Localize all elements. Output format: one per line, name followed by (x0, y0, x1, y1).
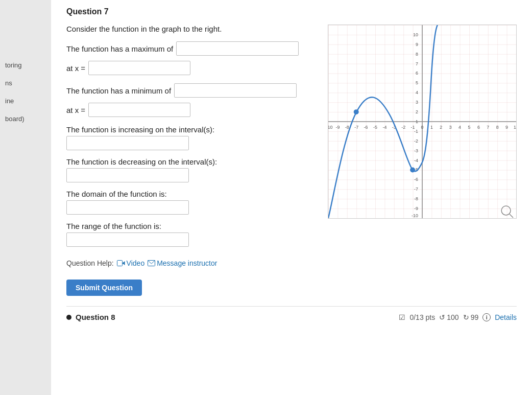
increasing-field-block: The function is increasing on the interv… (66, 125, 312, 150)
svg-text:6: 6 (416, 71, 418, 76)
svg-text:3: 3 (416, 100, 418, 105)
svg-text:-1: -1 (414, 129, 418, 134)
svg-text:4: 4 (458, 125, 461, 130)
svg-text:8: 8 (416, 52, 418, 57)
svg-text:-6: -6 (364, 125, 368, 130)
graph-svg: 0 1 2 3 4 5 6 7 8 9 10 -1 -2 -3 (328, 25, 516, 218)
domain-label: The domain of the function is: (66, 190, 312, 198)
min-field-row: The function has a minimum of (66, 83, 312, 98)
increasing-input[interactable] (66, 136, 189, 150)
svg-text:3: 3 (449, 125, 452, 130)
svg-text:9: 9 (416, 42, 418, 47)
range-label: The range of the function is: (66, 222, 312, 230)
svg-text:-5: -5 (373, 125, 377, 130)
decreasing-label: The function is decreasing on the interv… (66, 157, 312, 166)
svg-text:-8: -8 (414, 196, 418, 201)
graph-canvas: 0 1 2 3 4 5 6 7 8 9 10 -1 -2 -3 (328, 25, 517, 219)
main-content: Question 7 Consider the function in the … (51, 0, 532, 395)
min-at-field-row: at x = (66, 103, 312, 117)
sidebar: toring ns ine board) (0, 0, 51, 395)
help-row: Question Help: Video (66, 259, 312, 267)
svg-text:7: 7 (487, 125, 489, 130)
svg-point-49 (410, 168, 415, 173)
max-x-input[interactable] (88, 61, 190, 75)
svg-text:5: 5 (416, 80, 418, 85)
checkmark-icon: ☑ (399, 313, 405, 321)
max-at-field-row: at x = (66, 61, 312, 75)
range-field-block: The range of the function is: (66, 222, 312, 247)
svg-text:-3: -3 (414, 148, 418, 153)
domain-input[interactable] (66, 200, 189, 215)
svg-marker-1 (122, 261, 125, 265)
svg-text:-7: -7 (414, 187, 418, 192)
min-label: The function has a minimum of (66, 86, 171, 95)
message-icon (148, 260, 155, 266)
svg-text:0: 0 (421, 125, 424, 130)
svg-text:-10: -10 (412, 213, 418, 218)
graph-container: 0 1 2 3 4 5 6 7 8 9 10 -1 -2 -3 (328, 25, 517, 296)
min-value-input[interactable] (174, 83, 297, 98)
video-icon (117, 260, 125, 266)
svg-text:6: 6 (477, 125, 480, 130)
redo-icon: ↻ (463, 313, 469, 321)
svg-rect-0 (117, 261, 122, 266)
video-link[interactable]: Video (117, 259, 145, 267)
question-intro: Consider the function in the graph to th… (66, 25, 312, 33)
min-x-input[interactable] (88, 103, 190, 117)
svg-text:2: 2 (416, 109, 418, 114)
undo-icon: ↺ (439, 313, 445, 321)
max-value-input[interactable] (176, 41, 299, 56)
redo-button[interactable]: ↻ 99 (463, 313, 479, 321)
max-field-row: The function has a maximum of (66, 41, 312, 56)
question-left: Consider the function in the graph to th… (66, 25, 312, 296)
decreasing-input[interactable] (66, 168, 189, 182)
svg-text:4: 4 (416, 90, 418, 95)
svg-text:-7: -7 (354, 125, 358, 130)
help-label: Question Help: (66, 259, 114, 267)
details-link[interactable]: Details (495, 313, 517, 321)
sidebar-item-toring[interactable]: toring (5, 61, 46, 69)
svg-text:-9: -9 (414, 206, 418, 211)
svg-text:9: 9 (505, 125, 508, 130)
svg-text:1: 1 (416, 119, 418, 124)
svg-text:2: 2 (440, 125, 442, 130)
message-instructor-link[interactable]: Message instructor (148, 259, 217, 267)
decreasing-field-block: The function is decreasing on the interv… (66, 157, 312, 182)
svg-text:5: 5 (468, 125, 471, 130)
svg-text:1: 1 (430, 125, 433, 130)
svg-point-48 (354, 109, 359, 114)
question-8-label: Question 8 (76, 313, 115, 321)
svg-text:-2: -2 (401, 125, 405, 130)
info-icon: i (482, 313, 491, 321)
svg-text:-4: -4 (414, 158, 418, 163)
svg-text:-2: -2 (414, 138, 418, 144)
max-label: The function has a maximum of (66, 44, 173, 53)
question-header: Question 7 (66, 5, 517, 16)
domain-field-block: The domain of the function is: (66, 190, 312, 215)
increasing-label: The function is increasing on the interv… (66, 125, 312, 134)
question-body: Consider the function in the graph to th… (66, 25, 517, 296)
footer-left: Question 8 (66, 313, 115, 321)
max-at-label: at x = (66, 64, 85, 73)
submit-button[interactable]: Submit Question (66, 280, 142, 296)
svg-text:-10: -10 (328, 125, 332, 130)
score-label: 0/13 pts (409, 313, 435, 321)
svg-text:10: 10 (514, 125, 516, 130)
svg-text:8: 8 (496, 125, 499, 130)
question-footer: Question 8 ☑ 0/13 pts ↺ 100 ↻ 99 i Detai… (66, 306, 517, 321)
svg-text:7: 7 (416, 61, 418, 66)
svg-text:10: 10 (413, 32, 418, 37)
min-at-label: at x = (66, 106, 85, 114)
undo-button[interactable]: ↺ 100 (439, 313, 458, 321)
svg-text:-4: -4 (382, 125, 386, 130)
range-input[interactable] (66, 233, 189, 247)
svg-text:-6: -6 (414, 177, 418, 182)
question-bullet (66, 315, 71, 320)
svg-text:-9: -9 (335, 125, 340, 130)
sidebar-item-ns[interactable]: ns (5, 79, 46, 87)
sidebar-item-ine[interactable]: ine (5, 97, 46, 105)
svg-text:-8: -8 (345, 125, 349, 130)
footer-right: ☑ 0/13 pts ↺ 100 ↻ 99 i Details (399, 313, 517, 321)
sidebar-item-board[interactable]: board) (5, 115, 46, 123)
